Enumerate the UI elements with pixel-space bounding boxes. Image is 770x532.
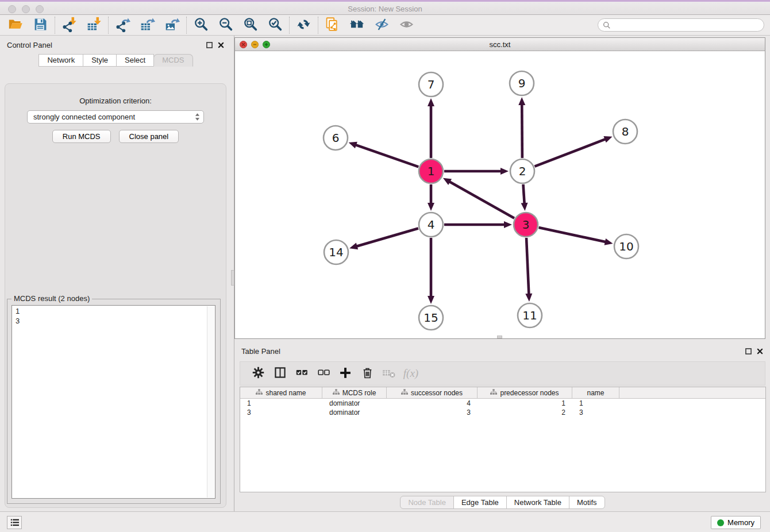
export-network-button[interactable]	[110, 16, 135, 34]
float-panel-icon[interactable]	[206, 42, 213, 48]
graph-edge-3-1[interactable]	[443, 178, 514, 218]
graph-edge-4-3[interactable]	[444, 221, 512, 228]
close-table-panel-icon[interactable]	[757, 348, 763, 354]
table-row[interactable]: 1dominator411	[240, 399, 765, 408]
result-scrollbar[interactable]	[207, 306, 214, 498]
tab-network-table[interactable]: Network Table	[506, 496, 569, 509]
table-cell[interactable]: 4	[387, 399, 478, 408]
close-panel-button[interactable]: Close panel	[119, 130, 179, 143]
graph-node-label: 7	[428, 78, 435, 91]
graph-node-8[interactable]: 8	[613, 119, 637, 144]
add-row-button[interactable]	[334, 363, 356, 384]
graph-node-4[interactable]: 4	[419, 213, 443, 237]
float-table-panel-icon[interactable]	[745, 348, 752, 354]
graph-edge-1-7[interactable]	[428, 98, 434, 158]
import-network-button[interactable]	[57, 16, 82, 34]
graph-edge-4-14[interactable]	[349, 228, 418, 249]
graph-node-1[interactable]: 1	[419, 159, 443, 183]
column-header-successor-nodes[interactable]: successor nodes	[387, 387, 478, 398]
network-close-button[interactable]	[240, 41, 247, 48]
graph-edge-1-4[interactable]	[428, 184, 434, 211]
search-input[interactable]	[614, 20, 764, 30]
graph-edge-2-8[interactable]	[534, 136, 612, 167]
tab-select[interactable]: Select	[116, 54, 154, 67]
zoom-selected-icon	[267, 17, 283, 34]
horizontal-splitter-handle[interactable]	[497, 336, 502, 338]
tab-mcds[interactable]: MCDS	[153, 54, 192, 67]
save-session-button[interactable]	[28, 16, 53, 34]
graph-node-7[interactable]: 7	[419, 72, 443, 97]
table-cell[interactable]: 3	[572, 408, 619, 417]
table-cell[interactable]: dominator	[322, 408, 387, 417]
tab-style[interactable]: Style	[83, 54, 117, 67]
show-all-button[interactable]	[394, 16, 419, 34]
first-neighbors-icon	[349, 17, 365, 34]
table-panel: Table Panel f(x) shared nameMCDS rolesuc…	[234, 342, 770, 511]
tab-node-table[interactable]: Node Table	[400, 496, 454, 509]
graph-node-14[interactable]: 14	[324, 240, 348, 264]
column-header-predecessor-nodes[interactable]: predecessor nodes	[478, 387, 572, 398]
criterion-dropdown[interactable]: strongly connected component	[27, 110, 204, 124]
tab-network[interactable]: Network	[38, 54, 83, 67]
delete-row-icon	[361, 367, 374, 381]
export-table-button[interactable]	[135, 16, 160, 34]
tab-motifs[interactable]: Motifs	[569, 496, 605, 509]
table-cell[interactable]: 1	[572, 399, 619, 408]
graph-node-10[interactable]: 10	[614, 234, 638, 259]
mcds-result-text[interactable]: 13	[11, 305, 215, 499]
graph-edge-2-3[interactable]	[521, 184, 528, 211]
table-row[interactable]: 3dominator323	[240, 408, 765, 417]
zoom-out-button[interactable]	[213, 16, 238, 34]
tab-edge-table[interactable]: Edge Table	[453, 496, 507, 509]
run-mcds-button[interactable]: Run MCDS	[52, 130, 111, 143]
table-cell[interactable]: 1	[478, 399, 572, 408]
search-field[interactable]	[598, 18, 764, 32]
refresh-button[interactable]	[291, 16, 316, 34]
export-table-icon	[140, 17, 155, 34]
deselect-all-button[interactable]	[313, 363, 334, 384]
graph-edge-4-15[interactable]	[428, 238, 434, 304]
delete-table-icon	[382, 367, 396, 380]
close-panel-icon[interactable]	[218, 42, 224, 48]
open-session-button[interactable]	[3, 16, 28, 34]
first-neighbors-button[interactable]	[345, 16, 369, 34]
graph-node-9[interactable]: 9	[510, 71, 534, 95]
network-canvas[interactable]: 7968124314101511	[235, 51, 765, 338]
graph-node-3[interactable]: 3	[514, 213, 538, 237]
graph-edge-3-10[interactable]	[538, 228, 613, 245]
graph-node-2[interactable]: 2	[510, 159, 534, 183]
import-table-button[interactable]	[82, 16, 106, 34]
column-header-mcds-role[interactable]: MCDS role	[322, 387, 387, 398]
zoom-in-button[interactable]	[188, 16, 213, 34]
network-maximize-button[interactable]	[263, 41, 270, 48]
select-all-button[interactable]	[291, 363, 313, 384]
column-header-name[interactable]: name	[572, 387, 619, 398]
settings-button[interactable]	[247, 363, 269, 384]
table-cell[interactable]: 3	[240, 408, 322, 417]
memory-label: Memory	[727, 518, 754, 527]
network-minimize-button[interactable]	[251, 41, 259, 48]
graph-node-6[interactable]: 6	[324, 126, 348, 150]
show-columns-button[interactable]	[269, 363, 291, 384]
graph-edge-1-2[interactable]	[444, 168, 509, 175]
table-cell[interactable]: 2	[478, 408, 572, 417]
graph-edge-2-9[interactable]	[518, 97, 525, 158]
table-cell[interactable]: 1	[240, 399, 322, 408]
delete-table-button	[378, 363, 400, 384]
zoom-fit-button[interactable]	[238, 16, 263, 34]
graph-node-11[interactable]: 11	[518, 303, 542, 327]
table-cell[interactable]: dominator	[322, 399, 387, 408]
delete-row-button[interactable]	[356, 363, 378, 384]
hide-selected-button[interactable]	[369, 16, 394, 34]
graph-edge-1-6[interactable]	[349, 142, 419, 167]
clone-network-button[interactable]	[320, 16, 345, 34]
table-cell[interactable]: 3	[387, 408, 478, 417]
zoom-selected-button[interactable]	[263, 16, 287, 34]
task-history-button[interactable]	[7, 516, 22, 529]
export-image-button[interactable]	[160, 16, 184, 34]
graph-node-label: 6	[332, 131, 340, 145]
graph-edge-3-11[interactable]	[525, 238, 532, 302]
column-header-shared-name[interactable]: shared name	[240, 387, 322, 398]
graph-node-15[interactable]: 15	[419, 306, 443, 330]
memory-button[interactable]: Memory	[711, 516, 761, 529]
